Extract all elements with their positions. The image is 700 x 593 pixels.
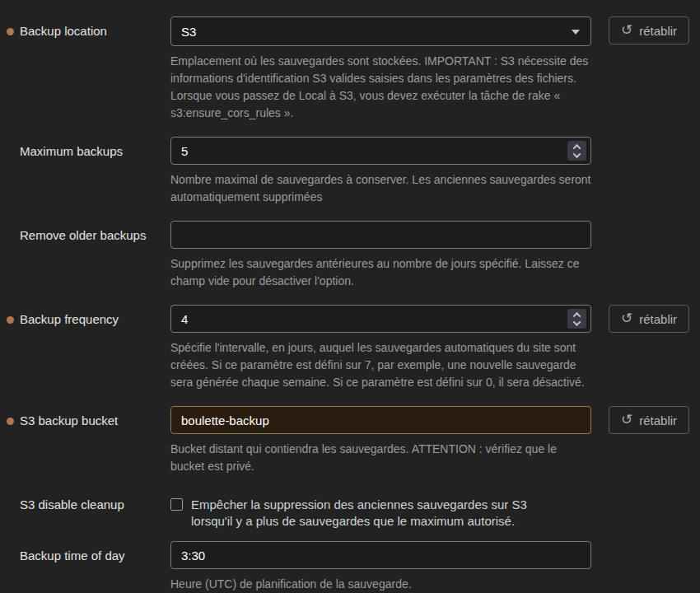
setting-label: Maximum backups	[20, 144, 123, 158]
setting-label-cell: Maximum backups	[0, 137, 170, 159]
reset-button[interactable]: ↺ rétablir	[609, 305, 689, 333]
undo-icon: ↺	[621, 311, 632, 325]
overridden-bullet-icon	[7, 316, 14, 324]
setting-label: S3 disable cleanup	[20, 497, 124, 511]
setting-row-remove-older-backups: Remove older backups Supprimez les sauve…	[0, 221, 700, 290]
undo-icon: ↺	[621, 23, 632, 37]
reset-button[interactable]: ↺ rétablir	[609, 16, 689, 44]
setting-row-s3-backup-bucket: S3 backup bucket Bucket distant qui cont…	[0, 406, 700, 475]
setting-label-cell: Backup location	[0, 16, 170, 39]
undo-icon: ↺	[621, 413, 632, 427]
overridden-bullet-icon	[7, 418, 14, 425]
s3-disable-cleanup-checkbox[interactable]	[170, 498, 183, 511]
setting-label: Backup frequency	[20, 312, 119, 326]
setting-label-cell: Remove older backups	[0, 221, 170, 243]
chevron-down-icon	[572, 30, 580, 35]
backup-frequency-input[interactable]	[170, 305, 591, 333]
setting-description: Supprimez les sauvegardes antérieures au…	[170, 255, 591, 290]
s3-backup-bucket-input[interactable]	[170, 406, 591, 434]
reset-button-label: rétablir	[639, 413, 677, 427]
s3-disable-cleanup-option[interactable]: Empêcher la suppression des anciennes sa…	[170, 490, 566, 530]
reset-button[interactable]: ↺ rétablir	[609, 406, 689, 434]
setting-description: Nombre maximal de sauvegardes à conserve…	[170, 171, 591, 206]
setting-label: Remove older backups	[20, 228, 146, 242]
setting-label-cell: S3 backup bucket	[0, 406, 170, 428]
maximum-backups-input[interactable]	[170, 137, 591, 165]
number-stepper[interactable]	[567, 141, 586, 161]
setting-row-backup-frequency: Backup frequency Spécifie l'intervalle, …	[0, 305, 700, 391]
overridden-bullet-icon	[7, 28, 14, 35]
stepper-down-icon[interactable]	[573, 318, 581, 326]
stepper-down-icon[interactable]	[573, 150, 581, 158]
backup-location-select[interactable]: S3	[170, 16, 591, 46]
setting-description: Heure (UTC) de planification de la sauve…	[170, 576, 591, 593]
setting-label: Backup location	[20, 24, 107, 38]
setting-label-cell: Backup frequency	[0, 305, 170, 327]
setting-row-maximum-backups: Maximum backups Nombre maximal de sauveg…	[0, 137, 700, 206]
backup-time-of-day-input[interactable]	[170, 541, 591, 569]
remove-older-backups-input[interactable]	[170, 221, 591, 249]
reset-button-label: rétablir	[639, 312, 677, 326]
setting-label-cell: Backup time of day	[0, 541, 170, 563]
setting-label: Backup time of day	[20, 549, 125, 563]
setting-description: Bucket distant qui contiendra les sauveg…	[170, 441, 591, 475]
reset-button-label: rétablir	[639, 24, 677, 38]
number-stepper[interactable]	[567, 309, 586, 329]
backup-settings-list: Backup location S3 Emplacement où les sa…	[0, 0, 700, 593]
backup-location-selected-value: S3	[181, 25, 196, 39]
checkbox-label: Empêcher la suppression des anciennes sa…	[191, 497, 566, 530]
setting-row-s3-disable-cleanup: S3 disable cleanup Empêcher la suppressi…	[0, 490, 700, 530]
setting-description: Spécifie l'intervalle, en jours, auquel …	[170, 339, 591, 391]
setting-description: Emplacement où les sauvegardes sont stoc…	[170, 53, 591, 122]
setting-label: S3 backup bucket	[20, 413, 118, 427]
setting-row-backup-time-of-day: Backup time of day Heure (UTC) de planif…	[0, 541, 700, 593]
setting-label-cell: S3 disable cleanup	[0, 490, 170, 512]
setting-row-backup-location: Backup location S3 Emplacement où les sa…	[0, 16, 700, 122]
